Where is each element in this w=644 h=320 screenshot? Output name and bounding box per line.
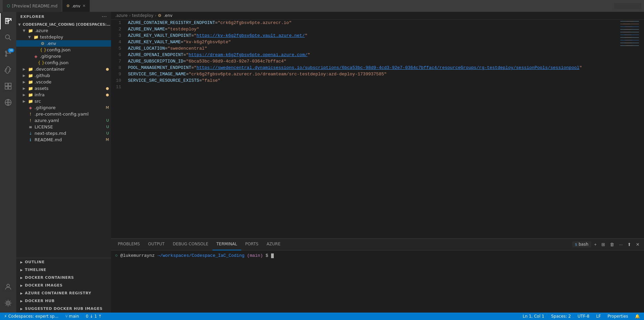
config2-label: config.json [45,60,111,65]
tree-item-github[interactable]: ▶ 📁 .github [16,72,111,79]
tree-item-assets[interactable]: ▶ 📁 assets ● [16,85,111,92]
terminal-at: @lukemurraynz [120,253,155,258]
section-azure-container-registry[interactable]: ▶ AZURE CONTAINER REGISTRY [16,289,111,297]
maximize-panel-btn[interactable]: ⬆ [626,241,633,248]
code-url[interactable]: https://kv-k6g2fgbsv6pte.vault.azure.net… [197,33,305,38]
tree-item-config1[interactable]: { } config.json [16,47,111,53]
tree-item-azure[interactable]: ▼ 📁 .azure [16,27,111,34]
code-eq: = [191,65,194,70]
activity-accounts[interactable] [0,279,16,295]
tree-item-devcontainer[interactable]: ▶ 📁 .devcontainer ● [16,66,111,72]
tab-problems[interactable]: PROBLEMS [114,239,144,250]
status-eol[interactable]: LF [595,313,602,320]
tree-item-env[interactable]: ⚙ .env [16,40,111,47]
tree-item-gitignore-root[interactable]: ◈ .gitignore M [16,104,111,111]
code-editor[interactable]: 1234567891011 AZURE_CONTAINER_REGISTRY_E… [111,20,617,238]
status-notifications[interactable]: 🔔 [634,313,641,320]
docker-hub-chevron: ▶ [20,299,23,303]
tree-item-nextsteps[interactable]: ↓ next-steps.md U [16,130,111,137]
breadcrumb-sep1: › [129,13,131,18]
tab-close-btn[interactable]: ✕ [83,4,86,8]
breadcrumb-env[interactable]: ⚙ .env [158,13,173,18]
breadcrumb-testdeploy[interactable]: testdeploy [132,13,153,18]
sidebar-menu-icon[interactable]: ··· [102,15,107,19]
activity-git[interactable]: 38 [0,46,16,62]
status-spaces[interactable]: Spaces: 2 [550,313,572,320]
tree-item-azureyaml[interactable]: ! azure.yaml U [16,117,111,124]
kill-terminal-btn[interactable]: 🗑 [608,241,616,248]
main-layout: 38 EXPLORER ··· ▼ CO [0,12,644,313]
tree-item-infra[interactable]: ▶ 📁 infra ● [16,92,111,98]
tree-item-precommit[interactable]: ! .pre-commit-config.yaml [16,111,111,117]
tab-preview-readme[interactable]: ⬡ [Preview] README.md [3,0,62,12]
tab-ports[interactable]: PORTS [241,239,263,250]
section-suggested-docker-hub-images[interactable]: ▶ SUGGESTED DOCKER HUB IMAGES [16,305,111,313]
terminal-cursor [271,253,274,258]
status-language[interactable]: Properties [606,313,629,320]
status-ln-col[interactable]: Ln 1, Col 1 [521,313,546,320]
readme-label: README.md [35,137,105,142]
breadcrumb-azure[interactable]: .azure [115,13,128,18]
activity-debug[interactable] [0,62,16,78]
activity-settings[interactable] [0,295,16,311]
tree-item-testdeploy[interactable]: ▼ 📁 testdeploy [16,34,111,40]
status-left: ⚡ Codespaces: expert sp... ⑂ main 0 ↓ 1 … [3,313,103,320]
status-remote[interactable]: ⚡ Codespaces: expert sp... [3,313,60,320]
tree-item-gitignore1[interactable]: ◈ .gitignore [16,53,111,59]
tree-item-readme[interactable]: ℹ README.md M [16,137,111,143]
status-sync[interactable]: 0 ↓ 1 ↑ [85,313,103,320]
tree-item-license[interactable]: ≡ LICENSE U [16,124,111,130]
code-eq: = [183,59,186,64]
code-url[interactable]: https://dream-k6g2fgbsv6pte.openai.azure… [188,52,307,57]
line-number: 6 [115,52,121,58]
code-key: AZURE_KEY_VAULT_ENDPOINT [128,33,191,38]
tree-item-src[interactable]: ▶ 📁 src [16,98,111,104]
sidebar: EXPLORER ··· ▼ CODESPACE_IAC_CODING [COD… [16,12,111,313]
activity-extensions[interactable] [0,78,16,94]
svg-line-5 [9,39,11,41]
code-value: "false" [202,78,220,83]
azureyaml-icon: ! [28,118,33,123]
panel-actions: $ bash + ⊞ 🗑 ··· ⬆ ✕ [572,241,641,248]
svg-rect-12 [8,87,11,89]
code-url[interactable]: https://swedencentral.dynamicsessions.io… [197,65,579,70]
tab-output[interactable]: OUTPUT [144,239,169,250]
section-docker-hub[interactable]: ▶ DOCKER HUB [16,297,111,305]
svg-point-4 [5,35,9,39]
tree-item-vscode[interactable]: ▶ 📁 .vscode [16,79,111,85]
more-terminal-btn[interactable]: ··· [617,241,624,248]
bash-badge: $ bash [572,241,591,247]
tab-env[interactable]: ⚙ .env ✕ [62,0,90,12]
activity-search[interactable] [0,29,16,46]
src-label: src [35,99,111,104]
tab-azure[interactable]: AZURE [263,239,285,250]
terminal-body[interactable]: ○ @lukemurraynz →/workspaces/Codespace_I… [111,250,644,313]
sidebar-title: EXPLORER [20,15,45,19]
svg-point-16 [6,301,10,305]
section-outline[interactable]: ▶ OUTLINE [16,258,111,266]
close-panel-btn[interactable]: ✕ [634,241,641,248]
code-eq: = [165,46,168,51]
tab-debug-console[interactable]: DEBUG CONSOLE [169,239,212,250]
tab-terminal[interactable]: TERMINAL [213,239,241,250]
activity-explorer[interactable] [0,13,16,29]
section-docker-containers[interactable]: ▶ DOCKER CONTAINERS [16,274,111,281]
language-text: Properties [607,314,628,319]
activity-remote[interactable] [0,94,16,110]
section-docker-images[interactable]: ▶ DOCKER IMAGES [16,281,111,289]
add-terminal-btn[interactable]: + [593,241,599,248]
sidebar-header: EXPLORER ··· [16,12,111,22]
section-timeline[interactable]: ▶ TIMELINE [16,266,111,274]
split-terminal-btn[interactable]: ⊞ [600,241,607,248]
code-content[interactable]: AZURE_CONTAINER_REGISTRY_ENDPOINT="crk6g… [125,20,617,238]
readme-badge: M [106,138,109,142]
status-branch[interactable]: ⑂ main [64,313,81,320]
tree-root[interactable]: ▼ CODESPACE_IAC_CODING [CODESPACES: EXPE… [16,22,111,27]
terminal-panel: PROBLEMS OUTPUT DEBUG CONSOLE TERMINAL P… [111,238,644,313]
infra-icon: 📁 [28,93,33,97]
tree-item-config2[interactable]: { } config.json [16,59,111,66]
svg-point-15 [7,302,9,304]
status-encoding[interactable]: UTF-8 [576,313,591,320]
testdeploy-chevron: ▼ [27,35,32,39]
code-key: SERVICE_SRC_IMAGE_NAME [128,72,186,77]
